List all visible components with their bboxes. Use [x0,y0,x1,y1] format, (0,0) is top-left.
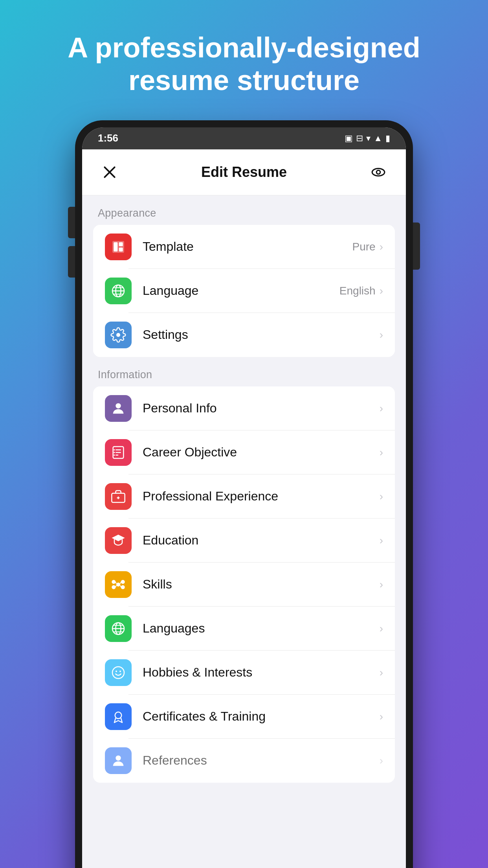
career-objective-label: Career Objective [143,445,380,460]
references-chevron: › [380,754,383,767]
svg-rect-7 [119,247,123,251]
phone-wrapper: 1:56 ▣ ⊟ ▾ ▲ ▮ [67,120,421,868]
personal-info-item[interactable]: Personal Info › [93,386,395,430]
volume-up-button [68,207,75,238]
language-icon [105,278,132,304]
status-bar: 1:56 ▣ ⊟ ▾ ▲ ▮ [82,127,406,149]
language-value: English [339,285,376,297]
svg-point-38 [112,667,124,679]
signal-icon: ▲ [374,133,382,143]
career-objective-item[interactable]: Career Objective › [93,430,395,474]
svg-point-27 [112,585,116,589]
svg-point-3 [376,170,380,174]
references-label: References [143,753,380,768]
app-content: Edit Resume Appearance [82,149,406,868]
template-label: Template [143,239,352,254]
page-headline: A professionally-designed resume structu… [0,0,488,120]
skills-item[interactable]: Skills › [93,563,395,607]
svg-point-41 [115,712,122,719]
svg-line-31 [116,585,116,587]
hobbies-label: Hobbies & Interests [143,665,380,680]
references-item[interactable]: References › [93,739,395,783]
information-card: Personal Info › [93,386,395,783]
skills-label: Skills [143,577,380,592]
certificates-chevron: › [380,710,383,723]
svg-point-42 [116,755,121,760]
hobbies-item[interactable]: Hobbies & Interests › [93,651,395,695]
svg-point-25 [112,580,116,584]
information-section-label: Information [82,357,406,386]
svg-point-18 [114,449,115,450]
skills-chevron: › [380,578,383,591]
settings-label: Settings [143,327,380,342]
languages-label: Languages [143,621,380,636]
professional-experience-icon [105,483,132,510]
certificates-item[interactable]: Certificates & Training › [93,695,395,739]
preview-button[interactable] [367,160,390,184]
professional-experience-chevron: › [380,490,383,503]
professional-experience-label: Professional Experience [143,489,380,504]
svg-line-29 [116,582,116,584]
education-icon [105,527,132,554]
svg-point-28 [121,585,125,589]
career-objective-icon [105,439,132,466]
status-icons: ▣ ⊟ ▾ ▲ ▮ [345,133,390,143]
career-objective-chevron: › [380,446,383,459]
svg-point-26 [121,580,125,584]
template-item[interactable]: Template Pure › [93,225,395,269]
appearance-section-label: Appearance [82,195,406,225]
certificates-label: Certificates & Training [143,709,380,724]
svg-point-13 [116,403,121,408]
sim-icon: ▣ [345,133,353,143]
languages-chevron: › [380,622,383,635]
sim2-icon: ⊟ [356,133,363,143]
language-label: Language [143,283,339,298]
template-icon [105,234,132,260]
personal-info-icon [105,395,132,422]
toolbar-title: Edit Resume [201,164,287,180]
svg-point-20 [114,454,115,456]
svg-point-2 [372,168,385,176]
language-item[interactable]: Language English › [93,269,395,313]
scroll-content: Appearance [82,195,406,868]
toolbar: Edit Resume [82,149,406,195]
personal-info-chevron: › [380,402,383,415]
wifi-icon: ▾ [366,133,371,143]
volume-down-button [68,246,75,278]
svg-point-19 [114,452,115,453]
education-item[interactable]: Education › [93,519,395,563]
svg-line-30 [120,582,121,584]
svg-point-40 [119,670,121,672]
hobbies-chevron: › [380,666,383,679]
language-chevron: › [380,285,383,297]
personal-info-label: Personal Info [143,401,380,416]
svg-line-32 [120,585,121,587]
svg-rect-5 [114,242,117,251]
power-button [413,223,420,270]
settings-item[interactable]: Settings › [93,313,395,357]
template-value: Pure [352,241,376,253]
settings-chevron: › [380,329,383,341]
status-time: 1:56 [98,132,118,144]
hobbies-icon [105,659,132,686]
references-icon [105,747,132,774]
svg-rect-6 [119,242,123,246]
close-button[interactable] [98,160,121,184]
skills-icon [105,571,132,598]
battery-icon: ▮ [385,133,390,143]
phone-frame: 1:56 ▣ ⊟ ▾ ▲ ▮ [75,120,413,868]
appearance-card: Template Pure › [93,225,395,357]
template-chevron: › [380,241,383,253]
svg-point-39 [116,670,117,672]
languages-item[interactable]: Languages › [93,607,395,651]
education-label: Education [143,533,380,548]
professional-experience-item[interactable]: Professional Experience › [93,474,395,519]
languages-icon [105,615,132,642]
phone-screen: 1:56 ▣ ⊟ ▾ ▲ ▮ [82,127,406,868]
svg-point-24 [116,583,120,587]
education-chevron: › [380,534,383,547]
certificates-icon [105,703,132,730]
settings-icon [105,322,132,348]
